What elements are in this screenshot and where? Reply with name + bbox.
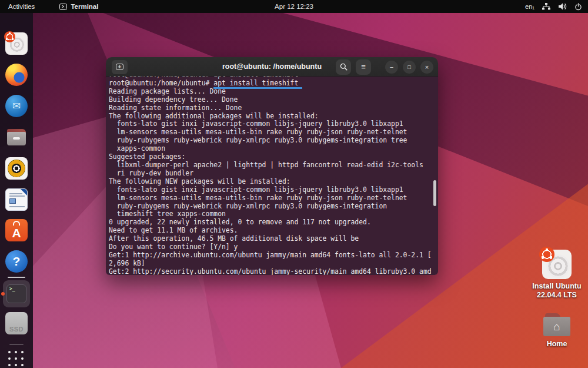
ssd-drive-icon: SSD: [5, 312, 28, 334]
dock-item-help[interactable]: ?: [5, 250, 28, 273]
install-ubuntu-icon: [542, 250, 572, 279]
terminal-line: Reading state information... Done: [109, 104, 438, 112]
clock[interactable]: Apr 12 12:23: [275, 3, 313, 10]
terminal-line: Building dependency tree... Done: [109, 96, 438, 104]
terminal-line: Get:1 http://archive.ubuntu.com/ubuntu j…: [109, 251, 438, 260]
command-text-underlined: apt install timeshift: [213, 79, 302, 89]
libreoffice-writer-icon: [5, 188, 28, 211]
dock-item-firefox[interactable]: [5, 64, 28, 86]
search-icon: [340, 63, 348, 71]
app-menu-label: Terminal: [71, 3, 98, 10]
terminal-line: The following additional packages will b…: [109, 112, 438, 121]
window-title: root@ubuntu: /home/ubuntu: [222, 62, 322, 71]
terminal-line: Need to get 11.1 MB of archives.: [109, 227, 438, 235]
keyboard-layout-indicator[interactable]: en₁: [525, 3, 534, 10]
desktop-icon-install-ubuntu[interactable]: Install Ubuntu 22.04.4 LTS: [529, 250, 585, 300]
terminal-output: root@ubuntu:/home/ubuntu# apt install ti…: [109, 77, 438, 275]
dock-item-thunderbird[interactable]: ✉: [5, 95, 28, 117]
terminal-line: ruby-rubygems ruby-webrick ruby-xmlrpc r…: [109, 137, 438, 145]
dock: ✉ A ? >_ SSD: [0, 13, 33, 368]
terminal-line: libxml-dumper-perl apache2 | lighttpd | …: [109, 161, 438, 170]
terminal-line: lm-sensors mesa-utils mesa-utils-bin rak…: [109, 194, 438, 203]
terminal-titlebar[interactable]: root@ubuntu: /home/ubuntu ≡ − □ ×: [106, 57, 438, 77]
close-button[interactable]: ×: [420, 61, 433, 74]
system-tray[interactable]: en₁: [525, 3, 582, 11]
power-icon: [574, 3, 582, 11]
terminal-lines: Reading package lists... DoneBuilding de…: [109, 88, 438, 275]
terminal-line: ruby-rubygems ruby-webrick ruby-xmlrpc r…: [109, 203, 438, 211]
install-label-line1: Install Ubuntu: [529, 282, 585, 291]
rhythmbox-icon: [5, 157, 28, 180]
terminal-prompt-glyph: >_: [9, 286, 15, 291]
terminal-content[interactable]: root@ubuntu:/home/ubuntu# apt install ti…: [106, 77, 438, 275]
terminal-line: 0 upgraded, 22 newly installed, 0 to rem…: [109, 218, 438, 227]
terminal-line-clipped: root@ubuntu:/home/ubuntu# apt install ti…: [109, 77, 438, 79]
desktop-icon-home[interactable]: ⌂ Home: [529, 313, 585, 349]
maximize-button[interactable]: □: [403, 61, 416, 74]
terminal-line: timeshift tree xapps-common: [109, 210, 438, 218]
terminal-line: The following NEW packages will be insta…: [109, 178, 438, 186]
terminal-line: 2,696 kB]: [109, 260, 438, 268]
terminal-scrollbar-thumb[interactable]: [433, 180, 436, 206]
dock-separator-faint: [9, 344, 24, 345]
terminal-line: lm-sensors mesa-utils mesa-utils-bin rak…: [109, 128, 438, 137]
terminal-prompt-line: root@ubuntu:/home/ubuntu# apt install ti…: [109, 79, 438, 88]
terminal-line: xapps-common: [109, 145, 438, 153]
home-folder-icon: ⌂: [543, 313, 571, 337]
dock-item-ssd-drive[interactable]: SSD: [5, 312, 28, 334]
dock-item-libreoffice-writer[interactable]: [5, 188, 28, 211]
ubuntu-software-icon: A: [5, 219, 28, 241]
ubuntu-installer-icon: [5, 32, 28, 55]
running-indicator-dot: [1, 292, 5, 296]
thunderbird-icon: ✉: [5, 95, 28, 117]
files-folder-icon: [5, 126, 28, 148]
terminal-line: Suggested packages:: [109, 153, 438, 161]
new-tab-icon: [116, 64, 123, 70]
terminal-line: After this operation, 46.5 MB of additio…: [109, 235, 438, 243]
activities-button[interactable]: Activities: [8, 3, 35, 10]
terminal-line: Do you want to continue? [Y/n] y: [109, 243, 438, 251]
show-applications-button[interactable]: [8, 351, 24, 366]
terminal-line: ri ruby-dev bundler: [109, 170, 438, 178]
app-menu[interactable]: Terminal: [59, 3, 98, 10]
house-glyph: ⌂: [553, 321, 560, 332]
install-label-line2: 22.04.4 LTS: [529, 291, 585, 300]
terminal-line: fonts-lato gist inxi javascript-common l…: [109, 186, 438, 194]
dock-separator: [8, 277, 25, 278]
network-icon: [542, 3, 550, 10]
help-icon: ?: [5, 250, 28, 273]
volume-icon: [558, 3, 567, 10]
terminal-window: root@ubuntu: /home/ubuntu ≡ − □ × root@u…: [106, 57, 438, 275]
home-label: Home: [529, 340, 585, 349]
dock-item-terminal-running[interactable]: >_: [3, 280, 30, 307]
dock-item-ubuntu-software[interactable]: A: [5, 219, 28, 241]
terminal-line: Get:2 http://security.ubuntu.com/ubuntu …: [109, 268, 438, 275]
dock-item-ubuntu-installer[interactable]: [5, 32, 28, 55]
minimize-button[interactable]: −: [385, 61, 398, 74]
terminal-line: fonts-lato gist inxi javascript-common l…: [109, 120, 438, 128]
search-button[interactable]: [336, 59, 351, 75]
top-bar: Activities Terminal Apr 12 12:23 en₁: [0, 0, 588, 13]
terminal-app-icon: [59, 4, 67, 10]
prompt-text: root@ubuntu:/home/ubuntu#: [109, 79, 213, 87]
firefox-icon: [5, 64, 28, 86]
menu-button[interactable]: ≡: [356, 59, 371, 75]
dock-item-rhythmbox[interactable]: [5, 157, 28, 180]
dock-item-files[interactable]: [5, 126, 28, 148]
new-tab-button[interactable]: [112, 60, 128, 74]
